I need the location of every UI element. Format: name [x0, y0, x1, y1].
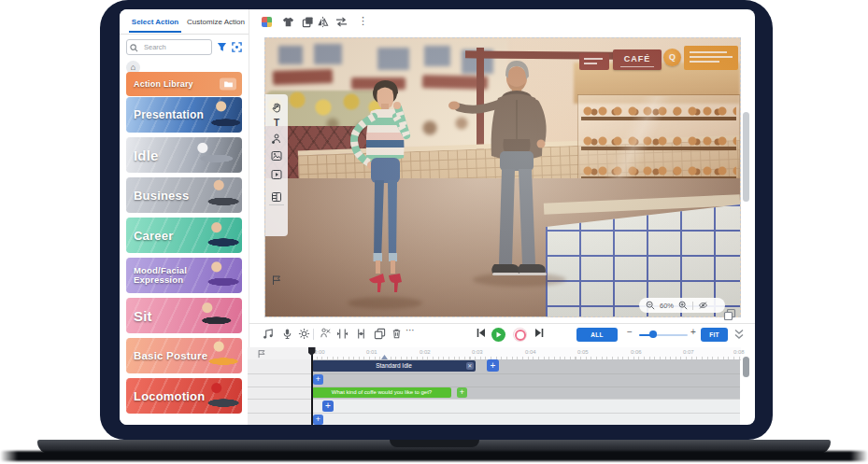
cafe-sign: CAFÉ	[613, 49, 662, 70]
laptop-notch	[390, 440, 479, 447]
timeline-zoom-slider-handle[interactable]	[649, 330, 657, 338]
action-sidebar: Select Action Customize Action ⌂ Action …	[120, 9, 249, 425]
video-tool-icon[interactable]	[271, 169, 282, 180]
category-locomotion[interactable]: Locomotion	[126, 378, 242, 414]
add-keyframe-position-button[interactable]: +	[313, 374, 323, 385]
flag-tool-icon[interactable]	[271, 274, 282, 286]
clip-standard-idle[interactable]: Standard Idle ✕	[312, 360, 476, 372]
expand-icon[interactable]	[232, 42, 242, 52]
pan-hand-icon[interactable]	[271, 103, 282, 114]
playhead[interactable]	[311, 347, 313, 425]
category-career[interactable]: Career	[126, 218, 242, 253]
flip-horizontal-icon[interactable]	[317, 16, 329, 28]
scene-sign-orange	[684, 46, 738, 70]
laptop-shadow	[0, 451, 868, 461]
light-effect-icon[interactable]	[298, 328, 310, 340]
copy-icon[interactable]	[374, 328, 386, 340]
marker-flag-icon[interactable]	[257, 349, 266, 359]
ruler-tick: 0:07	[683, 349, 694, 355]
tab-customize-action[interactable]: Customize Action	[187, 15, 245, 30]
clip-close-icon[interactable]: ✕	[466, 362, 475, 371]
trash-icon[interactable]	[391, 328, 403, 340]
category-action-library[interactable]: Action Library	[126, 72, 242, 96]
category-label: Idle	[134, 148, 159, 163]
more-icon[interactable]: ⋯	[406, 325, 415, 335]
record-button[interactable]	[513, 328, 527, 342]
category-label: Presentation	[134, 108, 204, 121]
category-sit[interactable]: Sit	[126, 298, 242, 333]
all-scenes-button[interactable]: ALL SCENES	[576, 328, 618, 342]
lane-man-position	[311, 413, 740, 425]
search-input[interactable]	[126, 39, 212, 55]
timeline-zoom-in[interactable]: +	[690, 327, 696, 337]
folder-icon	[220, 78, 236, 91]
character-man[interactable]	[438, 59, 569, 288]
category-business[interactable]: Business	[126, 177, 242, 213]
duplicate-icon[interactable]	[302, 16, 314, 28]
storyboard-tool-icon[interactable]	[271, 191, 282, 203]
category-mood-facial-expression[interactable]: Mood/Facial Expression	[126, 258, 242, 293]
character-woman-james[interactable]	[340, 77, 434, 311]
character-pose-icon[interactable]	[319, 328, 331, 340]
viewport-scrollbar-thumb[interactable]	[743, 112, 749, 202]
ruler-corner	[248, 347, 311, 360]
category-label: Locomotion	[134, 389, 205, 403]
more-vertical-icon[interactable]: ⋮	[358, 15, 368, 27]
fit-button[interactable]: FIT	[701, 328, 728, 342]
search-icon	[130, 44, 138, 52]
zoom-out-icon[interactable]	[646, 301, 655, 310]
ruler-tick: 0:04	[525, 349, 536, 355]
character-tool-icon[interactable]	[271, 134, 282, 145]
add-keyframe-man-position-button[interactable]: +	[313, 415, 323, 425]
scene-sign-small	[579, 53, 609, 70]
category-basic-posture[interactable]: Basic Posture	[126, 338, 242, 373]
timeline-divider	[249, 323, 755, 324]
clip-speech[interactable]: What kind of coffe would you like to get…	[312, 387, 451, 398]
ruler-tick: 0:01	[366, 349, 377, 355]
ruler-tick: 0:05	[577, 349, 589, 355]
laptop-mockup: Select Action Customize Action ⌂ Action …	[0, 0, 868, 464]
add-clip-man-button[interactable]: +	[322, 401, 334, 412]
viewport-3d-scene[interactable]: CAFÉ Q	[264, 37, 741, 317]
zoom-in-icon[interactable]	[678, 301, 688, 310]
skip-start-button[interactable]	[477, 328, 486, 338]
play-button[interactable]	[491, 328, 505, 342]
viewport-tool-strip: T	[265, 94, 288, 236]
row-divider	[248, 399, 740, 400]
audio-icon[interactable]	[263, 328, 275, 340]
ruler-tick: 0:02	[420, 349, 431, 355]
add-clip-james-button[interactable]: +	[487, 359, 499, 372]
duplicate-view-icon[interactable]	[723, 308, 736, 321]
collapse-timeline-icon[interactable]	[733, 328, 745, 341]
skip-end-button[interactable]	[534, 328, 544, 338]
microphone-icon[interactable]	[281, 328, 293, 340]
ruler-tick: 0:08	[733, 349, 745, 355]
timeline-zoom-out[interactable]: −	[627, 327, 633, 337]
cafe-logo: Q	[663, 49, 681, 66]
app-screen: Select Action Customize Action ⌂ Action …	[120, 9, 755, 425]
color-palette-icon[interactable]	[262, 17, 272, 27]
align-handles-right-icon[interactable]	[355, 328, 367, 340]
shirt-icon[interactable]	[282, 16, 294, 28]
image-tool-icon[interactable]	[271, 150, 282, 162]
timeline-scrollbar-thumb[interactable]	[743, 357, 749, 377]
category-label: Business	[134, 189, 189, 203]
category-idle[interactable]: Idle	[126, 137, 242, 173]
row-divider	[248, 413, 740, 414]
filter-icon[interactable]	[217, 42, 227, 52]
swap-horizontal-icon[interactable]	[335, 16, 348, 28]
viewport-zoom-controls: 60%	[639, 298, 725, 313]
tab-select-action[interactable]: Select Action	[127, 15, 183, 30]
add-speech-button[interactable]: +	[457, 387, 467, 398]
timeline-ruler[interactable]: 0:00 0:01 0:02 0:03 0:04 0:05 0:06 0:07 …	[311, 347, 741, 360]
category-presentation[interactable]: Presentation	[126, 97, 242, 133]
ruler-tick: 0:03	[472, 349, 483, 355]
ruler-tick: 0:00	[314, 349, 325, 355]
eye-off-icon[interactable]	[698, 301, 708, 310]
timeline-zoom-slider[interactable]	[639, 334, 688, 337]
align-handles-left-icon[interactable]	[336, 328, 349, 340]
lane-man	[311, 399, 740, 413]
category-label: Mood/Facial Expression	[134, 266, 195, 286]
text-tool-icon[interactable]: T	[271, 118, 282, 129]
category-label: Action Library	[134, 79, 193, 89]
